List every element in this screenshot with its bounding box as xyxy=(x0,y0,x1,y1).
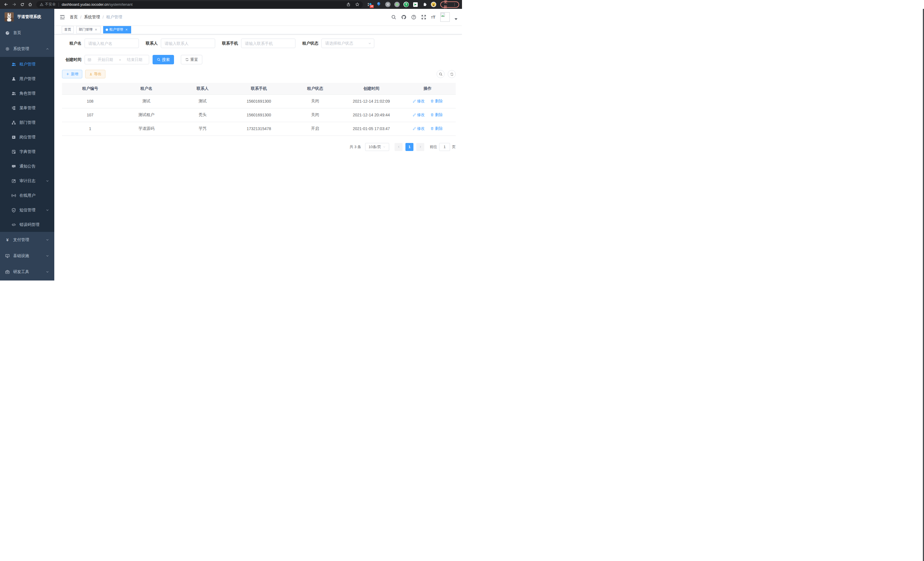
sidebar-item-sms[interactable]: 短信管理 xyxy=(0,203,54,217)
security-label[interactable]: 不安全 xyxy=(45,2,56,7)
date-range-picker[interactable]: 开始日期 - 结束日期 xyxy=(85,55,149,64)
address-divider xyxy=(58,3,59,7)
search-icon[interactable] xyxy=(391,15,396,20)
sidebar-item-system[interactable]: 系统管理 xyxy=(0,41,54,57)
balloon-extension-icon[interactable] xyxy=(376,2,381,7)
breadcrumb-system[interactable]: 系统管理 xyxy=(84,15,100,20)
sidebar-toggle-icon[interactable] xyxy=(59,14,65,20)
edit-link[interactable]: 修改 xyxy=(412,112,425,117)
github-icon[interactable] xyxy=(401,15,406,20)
yen-icon: ¥ xyxy=(5,238,10,242)
font-size-icon[interactable]: TT xyxy=(431,15,435,19)
tab-dept[interactable]: 部门管理 xyxy=(76,26,100,33)
bookmark-star-icon[interactable] xyxy=(355,2,359,7)
browser-update-button[interactable]: 更新 ⋮ xyxy=(440,2,459,8)
share-icon[interactable] xyxy=(346,2,351,7)
tenant-name-input[interactable] xyxy=(85,39,139,48)
command-extension-icon[interactable] xyxy=(385,2,391,7)
add-button[interactable]: 新增 xyxy=(62,70,82,78)
create-time-label: 创建时间 xyxy=(62,57,81,62)
puzzle-icon[interactable] xyxy=(422,2,427,7)
delete-link[interactable]: 删除 xyxy=(430,99,442,104)
caret-down-icon[interactable] xyxy=(454,18,458,20)
status-label: 租户状态 xyxy=(302,41,318,46)
tab-tenant[interactable]: 租户管理 xyxy=(103,26,131,33)
breadcrumb: 首页 / 系统管理 / 租户管理 xyxy=(70,15,122,20)
tenant-table: 租户编号 租户名 联系人 联系手机 租户状态 创建时间 操作 108 测试 测试 xyxy=(62,83,456,136)
sidebar-item-payment[interactable]: ¥ 支付管理 xyxy=(0,232,54,248)
audit-log-icon xyxy=(11,179,16,183)
url-text[interactable]: dashboard.yudao.iocoder.cn/system/tenant xyxy=(62,2,133,7)
filter-form-row-2: 创建时间 开始日期 - 结束日期 搜索 重置 xyxy=(62,55,456,64)
sidebar-item-dept[interactable]: 部门管理 xyxy=(0,115,54,130)
edit-link[interactable]: 修改 xyxy=(412,99,425,104)
sidebar: 芋道管理系统 首页 系统管理 租户管理 用户管理 角色管理 菜单管理 xyxy=(0,9,54,281)
sidebar-item-role[interactable]: 角色管理 xyxy=(0,86,54,101)
browser-reload-icon[interactable] xyxy=(19,1,26,8)
tab-manager-extension-icon[interactable]: 10 xyxy=(367,2,372,7)
delete-link[interactable]: 删除 xyxy=(430,112,442,117)
tenants-icon xyxy=(11,62,16,67)
search-button[interactable]: 搜索 xyxy=(153,55,174,64)
page-size-select[interactable]: 10条/页 xyxy=(365,143,389,151)
col-actions: 操作 xyxy=(399,83,456,94)
sidebar-item-menu[interactable]: 菜单管理 xyxy=(0,101,54,115)
sidebar-item-audit-log[interactable]: 审计日志 xyxy=(0,174,54,188)
toggle-search-button[interactable] xyxy=(436,70,445,78)
mobile-input[interactable] xyxy=(241,39,296,48)
browser-home-icon[interactable] xyxy=(27,1,34,8)
help-icon[interactable] xyxy=(411,15,416,20)
y-logo-extension-icon[interactable]: Y xyxy=(404,2,409,7)
emoji-extension-icon[interactable] xyxy=(431,2,436,7)
sidebar-item-infrastructure[interactable]: 基础设施 xyxy=(0,248,54,264)
post-badge-icon xyxy=(11,135,16,140)
breadcrumb-home[interactable]: 首页 xyxy=(70,15,78,20)
chevron-right-icon xyxy=(419,145,422,148)
browser-menu-icon[interactable]: ⋮ xyxy=(453,3,456,6)
sidebar-item-error-code[interactable]: 错误码管理 xyxy=(0,217,54,232)
chat-extension-icon[interactable] xyxy=(412,2,418,7)
edit-link[interactable]: 修改 xyxy=(412,126,425,131)
sidebar-item-online-users[interactable]: 在线用户 xyxy=(0,188,54,203)
recorder-extension-icon[interactable] xyxy=(394,2,400,7)
prev-page-button[interactable] xyxy=(394,143,403,151)
tab-home[interactable]: 首页 xyxy=(62,26,74,33)
sidebar-item-notice[interactable]: 通知公告 xyxy=(0,159,54,174)
col-created: 创建时间 xyxy=(343,83,399,94)
chevron-down-icon xyxy=(46,208,49,212)
table-row: 107 测试租户 秃头 15601691300 关闭 2021-12-14 20… xyxy=(62,108,456,122)
chevron-down-icon xyxy=(368,42,371,45)
browser-forward-icon[interactable] xyxy=(11,1,18,8)
contact-input[interactable] xyxy=(161,39,215,48)
end-date-placeholder[interactable]: 结束日期 xyxy=(123,57,146,62)
sidebar-item-post[interactable]: 岗位管理 xyxy=(0,130,54,144)
status-select[interactable]: 请选择租户状态 xyxy=(321,39,374,48)
search-icon xyxy=(439,72,442,76)
goto-page-input[interactable] xyxy=(439,143,450,151)
fullscreen-icon[interactable] xyxy=(421,15,426,20)
chevron-up-icon xyxy=(46,47,49,51)
next-page-button[interactable] xyxy=(416,143,424,151)
start-date-placeholder[interactable]: 开始日期 xyxy=(94,57,117,62)
refresh-icon xyxy=(185,58,189,62)
top-navbar: 首页 / 系统管理 / 租户管理 TT xyxy=(54,9,462,25)
browser-back-icon[interactable] xyxy=(3,1,10,8)
refresh-table-button[interactable] xyxy=(448,70,456,78)
app-logo[interactable]: 芋道管理系统 xyxy=(0,9,54,25)
status-text: 开启 xyxy=(287,122,343,135)
col-tenant-name: 租户名 xyxy=(118,83,175,94)
avatar[interactable] xyxy=(440,12,450,22)
delete-link[interactable]: 删除 xyxy=(430,126,442,131)
sidebar-item-home[interactable]: 首页 xyxy=(0,25,54,41)
close-icon[interactable] xyxy=(124,28,129,31)
page-number-1[interactable]: 1 xyxy=(405,143,413,151)
close-icon[interactable] xyxy=(94,28,98,31)
reset-button[interactable]: 重置 xyxy=(181,55,202,64)
sidebar-item-dict[interactable]: 字典管理 xyxy=(0,144,54,159)
sidebar-item-dev-tools[interactable]: 研发工具 xyxy=(0,264,54,280)
export-button[interactable]: 导出 xyxy=(85,70,105,78)
chevron-down-icon xyxy=(46,270,49,274)
address-bar[interactable]: 不安全 dashboard.yudao.iocoder.cn/system/te… xyxy=(36,1,363,8)
sidebar-item-user[interactable]: 用户管理 xyxy=(0,71,54,86)
sidebar-item-tenant[interactable]: 租户管理 xyxy=(0,57,54,71)
